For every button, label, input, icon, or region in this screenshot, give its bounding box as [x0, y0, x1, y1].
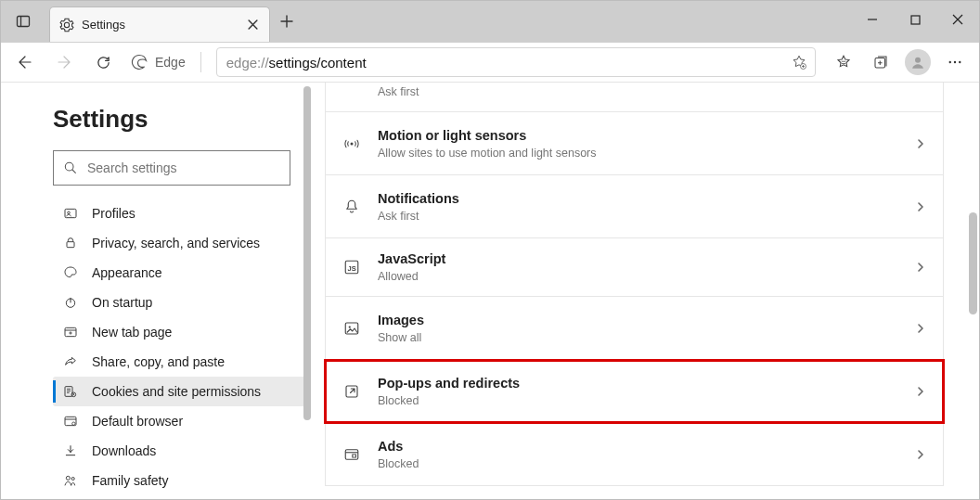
addressbar-wrap: edge://settings/content	[216, 47, 816, 77]
setting-row-javascript[interactable]: JS JavaScript Allowed	[325, 238, 944, 297]
setting-title: Motion or light sensors	[378, 128, 898, 143]
ads-icon	[342, 446, 361, 463]
setting-sub: Allow sites to use motion and light sens…	[378, 147, 898, 160]
sidebar-item-label: Privacy, search, and services	[92, 236, 260, 250]
setting-row-notifications[interactable]: Notifications Ask first	[325, 175, 944, 238]
sidebar-item-label: Default browser	[92, 414, 183, 429]
sidebar-item-family[interactable]: Family safety	[53, 466, 305, 495]
url-path: settings/content	[269, 55, 367, 71]
brand: Edge	[125, 54, 191, 71]
collections-button[interactable]	[864, 47, 897, 77]
star-plus-icon	[791, 54, 807, 71]
svg-point-11	[68, 212, 71, 214]
svg-point-6	[949, 61, 951, 63]
url-scheme: edge://	[226, 55, 269, 71]
sidebar-item-label: Family safety	[92, 473, 168, 488]
plus-icon	[280, 15, 293, 28]
setting-title: Pop-ups and redirects	[378, 376, 898, 391]
sidebar-scroll-thumb[interactable]	[303, 86, 311, 420]
back-button[interactable]	[8, 47, 42, 77]
page-title: Settings	[53, 105, 286, 134]
main-scroll-thumb[interactable]	[969, 212, 977, 314]
gear-icon	[59, 18, 74, 32]
back-arrow-icon	[17, 54, 33, 71]
sidebar-item-onstartup[interactable]: On startup	[53, 288, 305, 317]
family-icon	[62, 473, 79, 488]
browser-tab[interactable]: Settings	[49, 6, 270, 42]
motion-sensor-icon	[342, 135, 361, 152]
setting-row-ads[interactable]: Ads Blocked	[325, 423, 944, 486]
sidebar-scroll-track[interactable]	[303, 83, 312, 499]
chevron-right-icon	[915, 386, 926, 397]
image-icon	[342, 320, 361, 337]
chevron-right-icon	[915, 138, 926, 149]
bell-icon	[342, 199, 361, 215]
settings-sidebar: Settings Profiles Privacy, search, and s…	[1, 83, 312, 499]
add-favorite-button[interactable]	[791, 54, 807, 71]
settings-nav: Profiles Privacy, search, and services A…	[53, 199, 305, 495]
sidebar-item-appearance[interactable]: Appearance	[53, 258, 305, 288]
refresh-button[interactable]	[86, 47, 120, 77]
search-icon	[63, 160, 78, 175]
sidebar-item-newtab[interactable]: New tab page	[53, 317, 305, 347]
tab-actions-button[interactable]	[1, 1, 45, 42]
titlebar: Settings	[1, 1, 979, 42]
site-permissions-list: Ask first Motion or light sensors Allow …	[312, 83, 979, 486]
more-button[interactable]	[938, 47, 972, 77]
tab-close-button[interactable]	[245, 18, 260, 32]
favorites-button[interactable]	[827, 47, 860, 77]
svg-point-25	[349, 326, 351, 327]
sidebar-item-label: Downloads	[92, 443, 156, 458]
setting-sub: Allowed	[378, 270, 898, 283]
sidebar-item-downloads[interactable]: Downloads	[53, 436, 305, 466]
appearance-icon	[62, 265, 79, 280]
download-icon	[62, 443, 79, 458]
setting-row-partial[interactable]: Ask first	[325, 83, 944, 112]
maximize-button[interactable]	[894, 1, 936, 38]
settings-main: Ask first Motion or light sensors Allow …	[312, 83, 979, 499]
main-scroll-track[interactable]	[968, 83, 979, 499]
svg-rect-17	[65, 417, 76, 425]
svg-rect-28	[353, 455, 356, 457]
tab-title: Settings	[82, 18, 125, 32]
search-settings-box[interactable]	[53, 150, 290, 186]
power-icon	[62, 295, 79, 310]
setting-row-motion[interactable]: Motion or light sensors Allow sites to u…	[325, 112, 944, 175]
sidebar-item-privacy[interactable]: Privacy, search, and services	[53, 228, 305, 258]
sidebar-item-label: New tab page	[92, 325, 172, 340]
content-body: Settings Profiles Privacy, search, and s…	[1, 83, 979, 499]
search-settings-input[interactable]	[87, 160, 280, 175]
minimize-icon	[867, 14, 878, 25]
sidebar-item-cookies[interactable]: Cookies and site permissions	[53, 377, 305, 406]
svg-point-21	[351, 142, 354, 145]
minimize-button[interactable]	[851, 1, 894, 38]
chevron-right-icon	[915, 323, 926, 334]
setting-row-popups[interactable]: Pop-ups and redirects Blocked	[325, 360, 944, 423]
profile-button[interactable]	[901, 47, 935, 77]
lock-icon	[62, 236, 79, 250]
addressbar[interactable]: edge://settings/content	[216, 47, 816, 77]
popup-icon	[342, 383, 361, 400]
close-window-button[interactable]	[936, 1, 979, 38]
javascript-icon: JS	[342, 259, 361, 276]
chevron-right-icon	[915, 201, 926, 212]
setting-title: Notifications	[378, 191, 898, 206]
setting-row-images[interactable]: Images Show all	[325, 297, 944, 360]
sidebar-item-defaultbrowser[interactable]: Default browser	[53, 406, 305, 436]
svg-rect-2	[911, 16, 920, 24]
avatar-icon	[905, 49, 931, 75]
sidebar-item-label: Appearance	[92, 265, 162, 280]
tab-actions-icon	[16, 14, 31, 29]
window-controls	[851, 1, 979, 42]
forward-button	[47, 47, 81, 77]
sidebar-item-profiles[interactable]: Profiles	[53, 199, 305, 228]
toolbar: Edge edge://settings/content	[1, 42, 979, 83]
refresh-icon	[96, 55, 111, 71]
newtab-icon	[62, 325, 79, 340]
new-tab-button[interactable]	[270, 1, 303, 42]
edge-icon	[131, 54, 148, 71]
sidebar-item-share[interactable]: Share, copy, and paste	[53, 347, 305, 377]
star-icon	[835, 54, 852, 71]
setting-title: Ads	[378, 439, 898, 454]
sidebar-item-label: Cookies and site permissions	[92, 384, 261, 399]
